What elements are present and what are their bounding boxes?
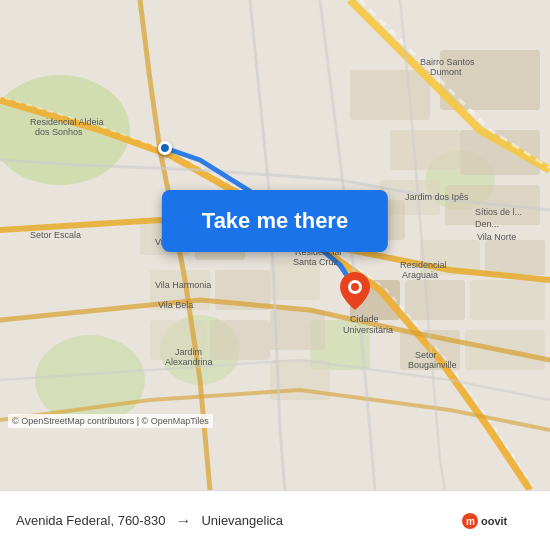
svg-text:oovit: oovit	[481, 515, 508, 527]
svg-text:Bougainville: Bougainville	[408, 360, 457, 370]
take-me-there-button[interactable]: Take me there	[162, 190, 388, 252]
svg-text:Cidade: Cidade	[350, 314, 379, 324]
svg-text:Dumont: Dumont	[430, 67, 462, 77]
svg-text:dos Sonhos: dos Sonhos	[35, 127, 83, 137]
svg-text:Residencial Aldeia: Residencial Aldeia	[30, 117, 104, 127]
svg-text:Vila Harmonia: Vila Harmonia	[155, 280, 211, 290]
svg-text:Jardim dos Ipês: Jardim dos Ipês	[405, 192, 469, 202]
svg-text:Setor: Setor	[415, 350, 437, 360]
destination-label: Unievangelica	[201, 513, 283, 528]
origin-pin	[158, 141, 172, 155]
moovit-logo: m oovit	[462, 510, 534, 532]
svg-point-52	[351, 283, 359, 291]
map-attribution: © OpenStreetMap contributors | © OpenMap…	[8, 414, 213, 428]
origin-label: Avenida Federal, 760-830	[16, 513, 165, 528]
svg-text:Residencial: Residencial	[400, 260, 447, 270]
svg-rect-7	[390, 130, 460, 170]
svg-rect-27	[270, 310, 325, 350]
svg-text:Alexandrina: Alexandrina	[165, 357, 213, 367]
svg-text:m: m	[466, 516, 475, 527]
svg-rect-14	[485, 240, 545, 275]
moovit-logo-svg: m oovit	[462, 510, 534, 532]
svg-text:Jardim: Jardim	[175, 347, 202, 357]
arrow-icon: →	[175, 512, 191, 530]
svg-text:Sítios de l...: Sítios de l...	[475, 207, 522, 217]
svg-text:Setor Escala: Setor Escala	[30, 230, 81, 240]
route-info: Avenida Federal, 760-830 → Unievangelica	[16, 512, 462, 530]
svg-text:Vila Bela: Vila Bela	[158, 300, 193, 310]
svg-rect-17	[470, 280, 545, 320]
svg-text:Den...: Den...	[475, 219, 499, 229]
svg-rect-16	[405, 280, 465, 320]
svg-text:Vila Norte: Vila Norte	[477, 232, 516, 242]
bottom-navigation-bar: Avenida Federal, 760-830 → Unievangelica…	[0, 490, 550, 550]
destination-pin	[340, 272, 370, 310]
svg-text:Santa Cruz: Santa Cruz	[293, 257, 339, 267]
svg-text:Araguaia: Araguaia	[402, 270, 438, 280]
svg-text:Bairro Santos: Bairro Santos	[420, 57, 475, 67]
svg-text:Universitária: Universitária	[343, 325, 393, 335]
svg-rect-5	[350, 70, 430, 120]
map-view[interactable]: Residencial Aldeia dos Sonhos Bairro San…	[0, 0, 550, 490]
origin-dot	[158, 141, 172, 155]
svg-rect-25	[210, 320, 270, 360]
